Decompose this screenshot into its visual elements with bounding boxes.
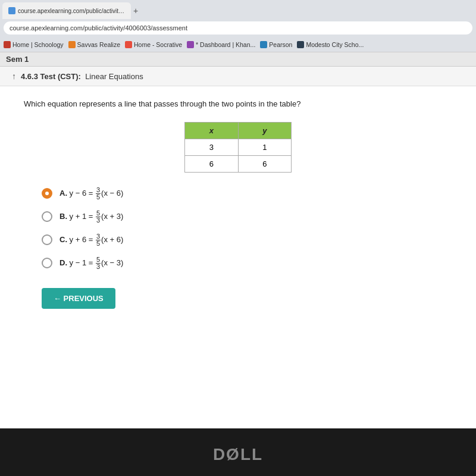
browser-tab[interactable]: course.apexlearning.com/public/activity/…: [2, 2, 131, 19]
address-bar[interactable]: course.apexlearning.com/public/activity/…: [4, 21, 472, 35]
previous-button[interactable]: ← PREVIOUS: [42, 288, 115, 309]
tab-plus-button[interactable]: +: [133, 6, 138, 15]
choice-c-label: C. y + 6 = 35(x + 6): [60, 233, 123, 247]
answer-choices: A. y − 6 = 35(x − 6) B. y + 1 = 53(x + 3…: [24, 187, 452, 270]
table-header-x: x: [185, 122, 239, 139]
table-cell-x2: 6: [185, 155, 239, 172]
savvas-icon: [68, 41, 76, 48]
bookmark-socrative[interactable]: Home - Socrative: [125, 41, 182, 48]
schoology-icon: [4, 41, 11, 48]
data-table-wrapper: x y 3 1 6 6: [24, 122, 452, 173]
tab-bar: course.apexlearning.com/public/activity/…: [0, 0, 476, 19]
address-bar-row: course.apexlearning.com/public/activity/…: [0, 19, 476, 37]
radio-c[interactable]: [42, 234, 52, 245]
table-cell-x1: 3: [185, 139, 239, 155]
choice-b-label: B. y + 1 = 53(x + 3): [60, 210, 123, 224]
choice-b[interactable]: B. y + 1 = 53(x + 3): [42, 210, 452, 224]
page-content: Sem 1 ↑ 4.6.3 Test (CST): Linear Equatio…: [0, 52, 476, 428]
table-cell-y2: 6: [238, 155, 292, 172]
radio-a[interactable]: [42, 188, 52, 199]
test-subject: Linear Equations: [85, 72, 143, 81]
dell-area: DØLL: [0, 445, 476, 464]
fraction-a: 35: [96, 187, 101, 201]
quiz-area: Which equation represents a line that pa…: [0, 86, 476, 321]
choice-d[interactable]: D. y − 1 = 53(x − 3): [42, 256, 452, 270]
bookmark-pearson[interactable]: Pearson: [260, 41, 292, 48]
choice-a[interactable]: A. y − 6 = 35(x − 6): [42, 187, 452, 201]
bookmark-label: Home | Schoology: [12, 41, 64, 48]
question-text: Which equation represents a line that pa…: [24, 98, 321, 110]
bookmark-schoology[interactable]: Home | Schoology: [4, 41, 64, 48]
bookmark-khan[interactable]: * Dashboard | Khan...: [187, 41, 255, 48]
table-cell-y1: 1: [238, 139, 292, 155]
table-header-y: y: [238, 122, 292, 139]
bookmark-label: Modesto City Scho...: [306, 41, 364, 48]
table-row: 6 6: [185, 155, 292, 172]
data-table: x y 3 1 6 6: [184, 122, 292, 173]
bookmarks-bar: Home | Schoology Savvas Realize Home - S…: [0, 37, 476, 52]
address-text: course.apexlearning.com/public/activity/…: [10, 24, 187, 32]
bookmark-label: Savvas Realize: [77, 41, 120, 48]
sem-label: Sem 1: [6, 55, 29, 64]
test-header: ↑ 4.6.3 Test (CST): Linear Equations: [0, 67, 476, 86]
bookmark-label: Pearson: [269, 41, 292, 48]
radio-d[interactable]: [42, 258, 52, 268]
bookmark-label: * Dashboard | Khan...: [196, 41, 255, 48]
choice-a-label: A. y − 6 = 35(x − 6): [60, 187, 123, 201]
fraction-c: 35: [96, 233, 101, 247]
khan-icon: [187, 41, 194, 48]
test-title: 4.6.3 Test (CST): Linear Equations: [21, 72, 143, 81]
choice-d-label: D. y − 1 = 53(x − 3): [60, 256, 123, 270]
table-row: 3 1: [185, 139, 292, 155]
test-number: 4.6.3 Test (CST):: [21, 72, 81, 81]
fraction-b: 53: [96, 210, 101, 224]
choice-b-letter: B.: [60, 211, 67, 220]
browser-chrome: course.apexlearning.com/public/activity/…: [0, 0, 476, 52]
tab-label: course.apexlearning.com/public/activity/…: [18, 8, 125, 14]
choice-c[interactable]: C. y + 6 = 35(x + 6): [42, 233, 452, 247]
radio-b[interactable]: [42, 211, 52, 222]
choice-d-letter: D.: [60, 258, 67, 267]
bookmark-savvas[interactable]: Savvas Realize: [68, 41, 120, 48]
bookmark-modesto[interactable]: Modesto City Scho...: [297, 41, 364, 48]
pearson-icon: [260, 41, 267, 48]
tab-favicon: [8, 7, 15, 14]
fraction-d: 53: [96, 256, 101, 270]
bookmark-label: Home - Socrative: [134, 41, 182, 48]
screen: course.apexlearning.com/public/activity/…: [0, 0, 476, 428]
test-header-icon: ↑: [12, 71, 16, 81]
choice-a-letter: A.: [60, 188, 67, 197]
modesto-icon: [297, 41, 304, 48]
socrative-icon: [125, 41, 132, 48]
sem-header: Sem 1: [0, 52, 476, 67]
choice-c-letter: C.: [60, 234, 67, 243]
dell-logo: DØLL: [213, 445, 263, 464]
